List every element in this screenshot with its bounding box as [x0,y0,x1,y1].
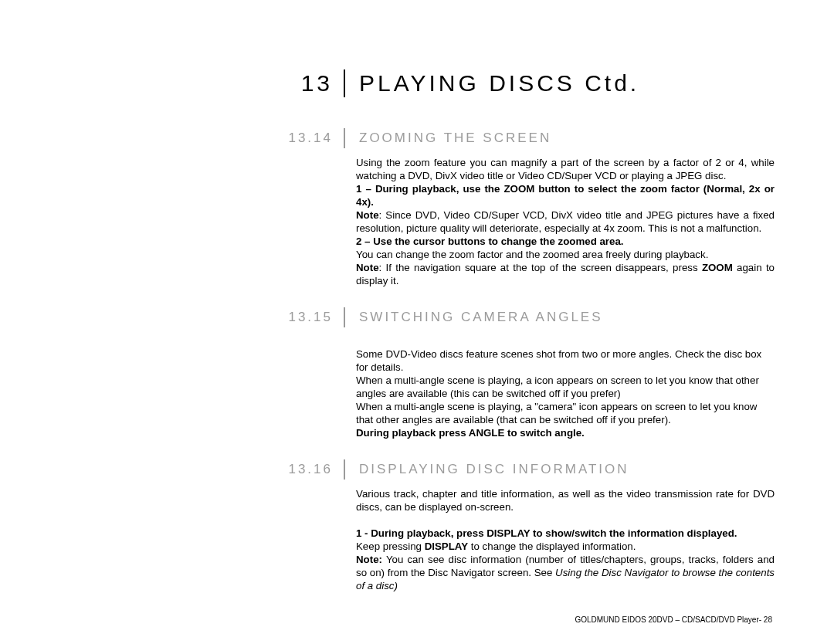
note-label: Note: [356,554,382,565]
chapter-title: PLAYING DISCS Ctd. [359,70,639,96]
body-text: Some DVD-Video discs feature scenes shot… [356,347,775,374]
body-text-bold: 1 - During playback, press DISPLAY to sh… [356,527,775,540]
section-title: ZOOMING THE SCREEN [359,130,551,145]
section-title-cell: ZOOMING THE SCREEN [345,128,772,148]
section-header-row: 13.16 DISPLAYING DISC INFORMATION [0,459,772,480]
manual-page: 13 PLAYING DISCS Ctd. 13.14 ZOOMING THE … [0,0,834,644]
section-body: Some DVD-Video discs feature scenes shot… [356,347,775,439]
page-footer: GOLDMUND EIDOS 20DVD – CD/SACD/DVD Playe… [575,615,772,624]
body-text: When a multi-angle scene is playing, a "… [356,400,775,426]
display-word: DISPLAY [425,541,468,552]
body-text: Using the zoom feature you can magnify a… [356,156,775,182]
section-title-cell: SWITCHING CAMERA ANGLES [345,307,772,327]
body-text: You can change the zoom factor and the z… [356,248,775,261]
section-title-cell: DISPLAYING DISC INFORMATION [345,459,772,480]
section-number: 13.15 [288,310,333,324]
note-label: Note [356,262,379,273]
body-text: Note: If the navigation square at the to… [356,261,775,287]
disp-text: to change the displayed information. [468,541,636,552]
section-number-cell: 13.16 [0,459,344,480]
chapter-number: 13 [301,70,333,96]
note-label: Note [356,209,379,221]
body-text: Note: Since DVD, Video CD/Super VCD, Div… [356,208,775,235]
section-body: Using the zoom feature you can magnify a… [356,156,775,287]
body-text: Various track, chapter and title informa… [356,487,775,514]
body-text: Keep pressing DISPLAY to change the disp… [356,540,775,553]
body-text-bold: 1 – During playback, use the ZOOM button… [356,182,775,208]
note-text: : If the navigation square at the top of… [379,262,702,273]
note-text: : Since DVD, Video CD/Super VCD, DivX vi… [356,209,775,234]
zoom-word: ZOOM [702,262,733,273]
section-number: 13.14 [288,130,333,145]
section-header-row: 13.15 SWITCHING CAMERA ANGLES [0,307,772,327]
section-header-row: 13.14 ZOOMING THE SCREEN [0,128,772,148]
body-text: Note: You can see disc information (numb… [356,553,775,592]
chapter-header-row: 13 PLAYING DISCS Ctd. [0,69,772,97]
body-text: When a multi-angle scene is playing, a i… [356,374,775,400]
body-spacer [356,514,775,527]
section-body: Various track, chapter and title informa… [356,487,775,592]
body-text-bold: 2 – Use the cursor buttons to change the… [356,235,775,248]
disp-text: Keep pressing [356,541,425,552]
chapter-title-cell: PLAYING DISCS Ctd. [345,69,772,97]
section-title: DISPLAYING DISC INFORMATION [359,462,629,476]
body-text-bold: During playback press ANGLE to switch an… [356,426,775,439]
section-title: SWITCHING CAMERA ANGLES [359,310,603,324]
section-number: 13.16 [288,462,333,476]
section-number-cell: 13.14 [0,128,344,148]
section-number-cell: 13.15 [0,307,344,327]
chapter-number-cell: 13 [0,69,344,97]
